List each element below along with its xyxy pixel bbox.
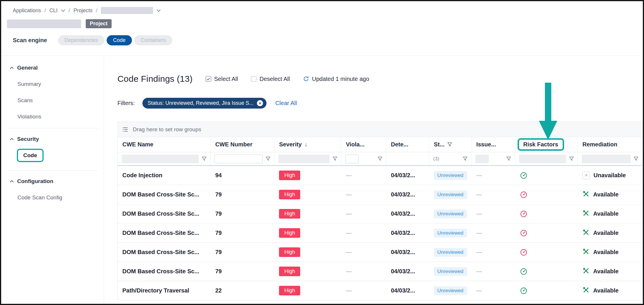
column-header-severity[interactable]: Severity↓ — [274, 137, 341, 152]
breadcrumb-cli[interactable]: CLI — [49, 8, 58, 14]
filter-cell-status: (3) — [429, 152, 472, 165]
page-title: Code Findings (13) — [117, 74, 193, 84]
risk-factor-icon[interactable] — [520, 172, 527, 179]
risk-factor-icon[interactable] — [520, 191, 527, 198]
breadcrumb-applications[interactable]: Applications — [13, 8, 41, 14]
filter-funnel-icon[interactable] — [378, 156, 382, 161]
risk-factor-icon[interactable] — [520, 210, 527, 218]
filter-funnel-icon[interactable] — [634, 156, 638, 161]
risk-factors-filter-input[interactable] — [519, 155, 566, 163]
sidebar-section-security[interactable]: Security — [10, 136, 99, 142]
cwe-name: Path/Directory Traversal — [122, 287, 189, 294]
chevron-up-icon — [10, 180, 14, 182]
filter-funnel-icon[interactable] — [506, 156, 511, 161]
cwe-name: DOM Based Cross-Site Sc... — [122, 268, 199, 275]
scan-engine-containers[interactable]: Containers — [134, 35, 172, 45]
status-filter-chip[interactable]: Status: Unreviewed, Reviewed, Jira Issue… — [142, 98, 266, 109]
filter-cell-remediation — [578, 152, 642, 165]
violations-filter-input[interactable] — [345, 155, 359, 163]
clear-all-filters-link[interactable]: Clear All — [275, 100, 297, 107]
column-label: St... — [434, 141, 445, 148]
column-header-risk-factors[interactable]: Risk Factors — [515, 137, 578, 152]
column-label: Risk Factors — [523, 141, 558, 148]
cwe-name-filter-input[interactable] — [122, 155, 199, 163]
table-row[interactable]: DOM Based Cross-Site Sc... 79 High — 04/… — [118, 185, 642, 204]
status-badge: Unreviewed — [434, 210, 467, 218]
issue-filter-input[interactable] — [475, 155, 489, 163]
remediation-filter-input[interactable] — [582, 155, 631, 163]
scan-engine-dependencies[interactable]: Dependencies — [58, 35, 104, 45]
table-row[interactable]: DOM Based Cross-Site Sc... 79 High — 04/… — [118, 224, 642, 243]
refresh-icon[interactable] — [303, 76, 309, 82]
sidebar-item-label: Code — [23, 152, 37, 158]
column-label: Viola... — [346, 141, 364, 148]
risk-factor-icon[interactable] — [520, 249, 527, 256]
cwe-number-filter-input[interactable] — [214, 155, 263, 163]
violations-value: — — [346, 230, 352, 236]
redacted-project-name[interactable] — [101, 7, 153, 14]
tools-icon — [582, 286, 590, 295]
active-filter-funnel-icon[interactable] — [447, 142, 452, 147]
filter-funnel-icon[interactable] — [332, 156, 337, 161]
table-row[interactable]: Code Injection 94 High — 04/03/2... Unre… — [118, 166, 642, 185]
sidebar-item-code[interactable]: Code — [10, 149, 99, 162]
section-title: Security — [17, 136, 39, 142]
risk-factor-icon[interactable] — [520, 287, 527, 295]
cwe-name: Code Injection — [122, 172, 162, 179]
risk-factor-icon[interactable] — [520, 268, 527, 275]
remediation-label: Available — [593, 249, 618, 256]
sidebar-section-general[interactable]: General — [10, 65, 99, 71]
remediation-cell: ×Available — [582, 229, 618, 237]
scan-engine-code[interactable]: Code — [107, 35, 132, 45]
table-filter-row: (3) — [118, 152, 642, 166]
chevron-up-icon — [10, 67, 14, 69]
violations-value: — — [346, 287, 352, 294]
issue-value: — — [476, 172, 482, 179]
filter-funnel-icon[interactable] — [202, 156, 207, 161]
chevron-down-icon[interactable] — [61, 9, 65, 12]
redacted-page-title — [7, 19, 81, 28]
severity-badge: High — [279, 171, 300, 180]
section-title: General — [17, 65, 38, 71]
table-row[interactable]: DOM Based Cross-Site Sc... 79 High — 04/… — [118, 243, 642, 262]
sidebar-item-summary[interactable]: Summary — [10, 81, 99, 87]
select-all-button[interactable]: Select All — [205, 76, 238, 82]
sidebar-item-violations[interactable]: Violations — [10, 114, 99, 120]
filter-funnel-icon[interactable] — [266, 156, 271, 161]
severity-badge: High — [279, 286, 300, 295]
table-row[interactable]: DOM Based Cross-Site Sc... 79 High — 04/… — [118, 204, 642, 224]
issue-value: — — [476, 249, 482, 256]
violations-value: — — [346, 210, 352, 217]
table-row[interactable]: Path/Directory Traversal 22 High — 04/03… — [118, 281, 642, 300]
cwe-number: 94 — [215, 172, 222, 179]
remediation-label: Available — [593, 230, 618, 236]
column-header-cwe-number[interactable]: CWE Number — [211, 137, 275, 152]
risk-factor-icon[interactable] — [520, 229, 527, 237]
remove-filter-icon[interactable]: × — [257, 100, 263, 106]
sidebar-item-scans[interactable]: Scans — [10, 97, 99, 104]
status-filter-count: (3) — [433, 156, 439, 162]
filter-funnel-icon[interactable] — [569, 156, 574, 161]
sidebar-item-code-scan-config[interactable]: Code Scan Config — [10, 194, 99, 201]
column-header-issue[interactable]: Issue... — [472, 137, 515, 152]
column-header-cwe-name[interactable]: CWE Name — [118, 137, 211, 152]
column-header-status[interactable]: St... — [429, 137, 472, 152]
checkbox-dashed-icon — [251, 76, 257, 82]
breadcrumb-projects[interactable]: Projects — [74, 8, 92, 14]
severity-badge: High — [279, 209, 300, 219]
column-header-violations[interactable]: Viola... — [341, 137, 386, 152]
table-row[interactable]: DOM Based Cross-Site Sc... 79 High — 04/… — [118, 262, 642, 281]
severity-filter-input[interactable] — [278, 155, 330, 163]
filter-chip-label: Status: Unreviewed, Reviewed, Jira Issue… — [148, 100, 253, 106]
row-group-hint: Drag here to set row groups — [133, 126, 201, 133]
chevron-down-icon[interactable] — [157, 9, 161, 12]
row-group-dropzone[interactable]: Drag here to set row groups — [118, 122, 642, 137]
sidebar-section-configuration[interactable]: Configuration — [10, 178, 99, 185]
column-header-remediation[interactable]: Remediation — [578, 137, 642, 152]
filter-funnel-icon[interactable] — [463, 156, 468, 161]
deselect-all-button[interactable]: Deselect All — [251, 76, 290, 82]
column-header-detected[interactable]: Dete... — [386, 137, 429, 152]
top-header: Applications / CLI / Projects / Project … — [1, 1, 643, 56]
severity-badge: High — [279, 190, 300, 199]
code-annotation-highlight: Code — [17, 149, 44, 162]
